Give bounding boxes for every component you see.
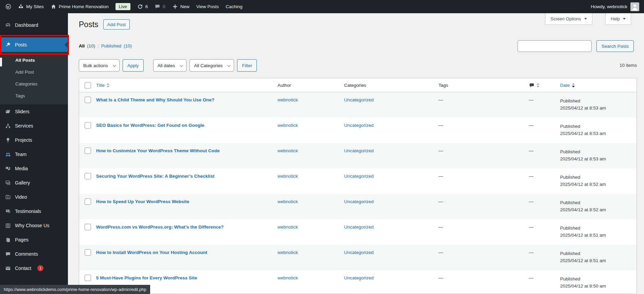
- row-checkbox[interactable]: [85, 249, 91, 256]
- sidebar-item-label: Team: [15, 152, 26, 157]
- comment-bubble-icon: [155, 4, 160, 9]
- add-post-button[interactable]: Add Post: [103, 19, 130, 30]
- my-sites-menu[interactable]: My Sites: [15, 0, 47, 13]
- row-checkbox[interactable]: [85, 122, 91, 129]
- account-menu[interactable]: Howdy, webnotick: [591, 2, 639, 11]
- row-checkbox[interactable]: [85, 198, 91, 205]
- column-tags: Tags: [439, 83, 529, 88]
- post-date: 2025/04/12 at 8:53 am: [560, 104, 632, 112]
- caching-menu[interactable]: Caching: [222, 0, 246, 13]
- author-link[interactable]: webnotick: [278, 174, 298, 179]
- sidebar-item-testimonials[interactable]: Testimonials: [0, 204, 68, 218]
- submenu-item-all-posts[interactable]: All Posts: [0, 54, 68, 66]
- projects-icon: [4, 137, 11, 143]
- sidebar-item-gallery[interactable]: Gallery: [0, 176, 68, 190]
- live-badge[interactable]: Live: [112, 0, 134, 13]
- tags-value: —: [439, 123, 443, 128]
- row-checkbox[interactable]: [85, 148, 91, 154]
- sidebar-item-posts[interactable]: Posts: [0, 37, 68, 52]
- author-link[interactable]: webnotick: [278, 148, 298, 153]
- sidebar-item-services[interactable]: Services: [0, 119, 68, 133]
- sidebar-item-sliders[interactable]: Sliders: [0, 104, 68, 119]
- select-all-checkbox[interactable]: [85, 82, 91, 89]
- sidebar-item-projects[interactable]: Projects: [0, 133, 68, 147]
- comments-menu[interactable]: 0: [151, 0, 169, 13]
- post-title-link[interactable]: How to Speed Up Your WordPress Website: [96, 199, 189, 204]
- row-checkbox[interactable]: [85, 97, 91, 103]
- sort-by-comments[interactable]: [529, 82, 539, 88]
- submenu-item-categories[interactable]: Categories: [0, 78, 68, 90]
- author-link[interactable]: webnotick: [278, 224, 298, 230]
- category-link[interactable]: Uncategorized: [344, 224, 374, 230]
- row-checkbox[interactable]: [85, 173, 91, 179]
- category-link[interactable]: Uncategorized: [344, 97, 374, 102]
- comments-value: —: [529, 250, 534, 255]
- sidebar-item-why-choose-us[interactable]: Why Choose Us: [0, 218, 68, 233]
- updates-menu[interactable]: 6: [134, 0, 151, 13]
- home-icon: [51, 4, 56, 9]
- category-link[interactable]: Uncategorized: [344, 148, 374, 153]
- post-title-link[interactable]: WordPress.com vs WordPress.org: What’s t…: [96, 224, 224, 230]
- post-status: Published: [560, 148, 632, 155]
- new-menu[interactable]: New: [169, 0, 193, 13]
- submenu-item-tags[interactable]: Tags: [0, 90, 68, 102]
- row-checkbox[interactable]: [85, 224, 91, 230]
- author-link[interactable]: webnotick: [278, 97, 298, 102]
- post-date: 2025/04/12 at 8:51 am: [560, 232, 632, 239]
- post-title-link[interactable]: How to Customize Your WordPress Theme Wi…: [96, 148, 220, 153]
- new-label: New: [180, 4, 190, 9]
- update-count: 6: [145, 4, 148, 9]
- sidebar-item-comments[interactable]: Comments: [0, 247, 68, 261]
- sidebar-item-media[interactable]: Media: [0, 161, 68, 176]
- search-posts-button[interactable]: Search Posts: [596, 40, 634, 52]
- testimonials-icon: [4, 208, 11, 215]
- sidebar-item-contact[interactable]: Contact1: [0, 261, 68, 275]
- all-dates-select[interactable]: All dates: [153, 59, 187, 72]
- sidebar-item-video[interactable]: Video: [0, 190, 68, 204]
- post-title-link[interactable]: Securing Your WordPress Site: A Beginner…: [96, 174, 215, 179]
- post-title-link[interactable]: How to Install WordPress on Your Hosting…: [96, 250, 207, 255]
- search-input[interactable]: [518, 40, 592, 52]
- category-link[interactable]: Uncategorized: [344, 123, 374, 128]
- post-title-link[interactable]: SEO Basics for WordPress: Get Found on G…: [96, 123, 204, 128]
- bulk-actions-select[interactable]: Bulk actions: [79, 59, 120, 72]
- row-checkbox[interactable]: [85, 275, 91, 281]
- sort-by-date[interactable]: Date: [560, 83, 575, 88]
- apply-button[interactable]: Apply: [123, 59, 144, 72]
- sidebar-item-label: Gallery: [15, 180, 30, 185]
- date-cell: Published2025/04/12 at 8:53 am: [560, 118, 637, 143]
- view-all-link[interactable]: All: [79, 43, 85, 48]
- author-link[interactable]: webnotick: [278, 123, 298, 128]
- sort-by-title[interactable]: Title: [96, 83, 109, 88]
- column-author: Author: [278, 83, 344, 88]
- view-posts-link[interactable]: View Posts: [193, 0, 222, 13]
- site-menu[interactable]: Prime Home Renovation: [47, 0, 112, 13]
- table-header: Title Author Categories Tags Date: [79, 78, 637, 92]
- table-row: SEO Basics for WordPress: Get Found on G…: [79, 118, 637, 143]
- wordpress-menu[interactable]: [2, 0, 15, 13]
- list-icon: [4, 222, 11, 229]
- post-title-link[interactable]: 5 Must-Have Plugins for Every WordPress …: [96, 275, 197, 280]
- category-link[interactable]: Uncategorized: [344, 199, 374, 204]
- chevron-down-icon: [227, 63, 231, 67]
- help-tab[interactable]: Help: [605, 13, 631, 25]
- view-published-link[interactable]: Published: [101, 43, 121, 48]
- screen-options-tab[interactable]: Screen Options: [545, 13, 592, 25]
- sidebar-item-team[interactable]: Team: [0, 147, 68, 161]
- category-link[interactable]: Uncategorized: [344, 174, 374, 179]
- submenu-item-add-post[interactable]: Add Post: [0, 66, 68, 78]
- sidebar-item-pages[interactable]: Pages: [0, 233, 68, 247]
- category-link[interactable]: Uncategorized: [344, 250, 374, 255]
- post-title-link[interactable]: What Is a Child Theme and Why Should You…: [96, 97, 214, 102]
- author-link[interactable]: webnotick: [278, 199, 298, 204]
- comments-value: —: [529, 199, 534, 204]
- author-link[interactable]: webnotick: [278, 275, 298, 280]
- filter-button[interactable]: Filter: [237, 59, 257, 72]
- comments-value: —: [529, 275, 534, 280]
- sidebar-item-dashboard[interactable]: Dashboard: [0, 18, 68, 32]
- category-link[interactable]: Uncategorized: [344, 275, 374, 280]
- sidebar-item-label: Projects: [15, 137, 32, 143]
- my-sites-icon: [18, 4, 24, 9]
- author-link[interactable]: webnotick: [278, 250, 298, 255]
- all-categories-select[interactable]: All Categories: [190, 59, 234, 72]
